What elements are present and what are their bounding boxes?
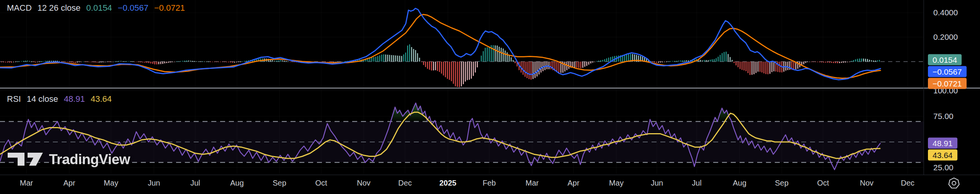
macd-histogram-bar [443, 62, 444, 75]
macd-histogram-bar [815, 62, 816, 62]
macd-histogram-bar [855, 59, 856, 62]
macd-histogram-bar [465, 62, 466, 82]
price-scale-label: 75.00 [933, 112, 954, 121]
macd-histogram-bar [777, 62, 778, 72]
time-axis-label: Sep [273, 179, 286, 187]
macd-histogram-bar [164, 62, 165, 64]
macd-histogram-bar [730, 57, 730, 62]
macd-histogram-bar [395, 55, 396, 62]
macd-histogram-bar [668, 62, 669, 62]
macd-histogram-bar [401, 56, 402, 62]
macd-histogram-bar [103, 62, 103, 62]
macd-histogram-bar [49, 61, 50, 62]
rsi-indicator-legend[interactable]: RSI 14 close 48.9143.64 [7, 94, 112, 104]
macd-histogram-bar [180, 61, 181, 62]
macd-histogram-bar [345, 61, 346, 62]
macd-histogram-bar [31, 62, 32, 62]
macd-histogram-bar [539, 62, 539, 75]
macd-histogram-bar [495, 46, 495, 62]
macd-histogram-bar [75, 62, 75, 63]
chart-plot-area[interactable] [0, 0, 980, 194]
macd-histogram-bar [124, 61, 125, 62]
macd-histogram-bar [445, 62, 446, 77]
macd-indicator-legend[interactable]: MACD 12 26 close 0.0154−0.0567−0.0721 [7, 3, 185, 13]
macd-histogram-bar [19, 61, 20, 62]
time-axis-label: Oct [817, 179, 829, 187]
macd-histogram-bar [176, 62, 177, 62]
macd-histogram-bar [139, 62, 139, 62]
macd-histogram-bar [461, 62, 462, 86]
macd-histogram-bar [867, 59, 868, 62]
macd-histogram-bar [471, 62, 472, 79]
macd-histogram-bar [853, 60, 854, 62]
pane-separator[interactable] [0, 88, 980, 88]
macd-histogram-bar [198, 62, 199, 62]
last-value-badge: 43.64 [928, 149, 957, 160]
macd-histogram-bar [272, 60, 273, 62]
macd-histogram-bar [39, 62, 40, 62]
macd-histogram-bar [51, 61, 52, 62]
macd-histogram-bar [680, 60, 681, 62]
macd-histogram-bar [863, 59, 864, 62]
macd-histogram-bar [487, 47, 488, 62]
macd-histogram-bar [421, 62, 422, 62]
macd-histogram-bar [290, 62, 291, 62]
macd-histogram-bar [738, 62, 738, 67]
macd-histogram-bar [228, 62, 229, 62]
macd-histogram-bar [742, 62, 742, 70]
macd-histogram-bar [748, 62, 748, 73]
macd-histogram-bar [837, 62, 838, 63]
macd-histogram-bar [686, 60, 687, 62]
macd-histogram-bar [158, 62, 159, 64]
macd-histogram-bar [475, 62, 475, 73]
macd-histogram-bar [282, 60, 283, 62]
macd-histogram-bar [156, 62, 157, 64]
macd-histogram-bar [341, 62, 342, 62]
macd-histogram-bar [212, 62, 213, 62]
macd-histogram-bar [489, 47, 490, 62]
macd-histogram-bar [232, 62, 233, 63]
macd-histogram-bar [85, 62, 85, 62]
macd-histogram-bar [89, 62, 90, 62]
macd-histogram-bar [27, 60, 28, 62]
macd-histogram-bar [417, 53, 418, 62]
macd-histogram-bar [459, 62, 460, 87]
macd-histogram-bar [218, 62, 219, 62]
macd-histogram-bar [578, 62, 579, 68]
time-axis[interactable]: MarAprMayJunJulAugSepOctNovDec2025FebMar… [0, 175, 980, 194]
macd-histogram-bar [594, 62, 595, 62]
macd-histogram-bar [419, 58, 420, 62]
macd-histogram-bar [529, 62, 529, 79]
macd-histogram-bar [841, 62, 842, 63]
macd-histogram-bar [391, 55, 392, 62]
macd-histogram-bar [479, 61, 480, 62]
macd-histogram-bar [859, 59, 860, 62]
tradingview-indicator-panel: MACD 12 26 close 0.0154−0.0567−0.0721 RS… [0, 0, 980, 194]
macd-histogram-bar [532, 62, 533, 79]
macd-histogram-bar [847, 62, 848, 62]
macd-histogram-bar [433, 62, 434, 70]
tradingview-logo[interactable]: TradingView [8, 152, 130, 168]
macd-histogram-bar [83, 62, 83, 62]
rsi-indicator-params: 14 close [27, 94, 58, 104]
macd-histogram-bar [684, 60, 684, 62]
macd-histogram-bar [873, 60, 874, 62]
macd-histogram-bar [503, 49, 503, 62]
macd-histogram-bar [111, 62, 111, 62]
macd-histogram-bar [55, 61, 56, 62]
price-scale-settings-button[interactable] [948, 177, 960, 191]
macd-histogram-bar [626, 54, 627, 62]
macd-histogram-bar [65, 62, 65, 62]
macd-histogram-bar [787, 62, 788, 70]
last-value-badge: −0.0567 [928, 66, 967, 77]
macd-histogram-bar [746, 62, 746, 71]
macd-histogram-bar [379, 55, 380, 62]
macd-histogram-bar [25, 61, 26, 62]
macd-histogram-bar [3, 62, 4, 62]
macd-histogram-bar [238, 62, 239, 62]
macd-histogram-bar [429, 62, 430, 70]
macd-histogram-bar [41, 62, 42, 62]
macd-histogram-bar [340, 62, 340, 62]
macd-histogram-bar [377, 56, 378, 62]
macd-histogram-bar [823, 62, 824, 63]
